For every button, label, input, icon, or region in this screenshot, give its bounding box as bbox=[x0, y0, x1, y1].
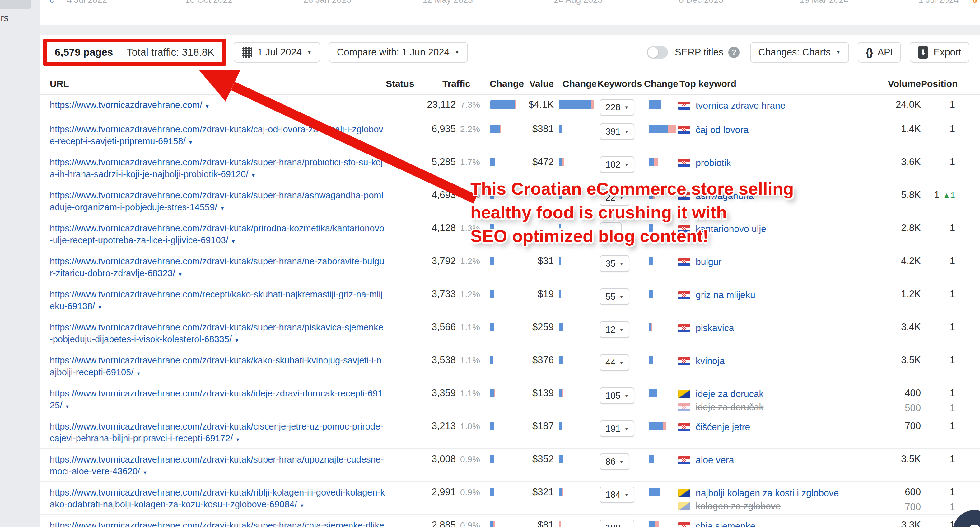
keywords-dropdown[interactable]: ▼ bbox=[600, 222, 622, 239]
page-url-link[interactable]: https://www.tvornicazdravehrane.com/zdra… bbox=[50, 321, 386, 347]
top-keyword-cell: kantarionovo ulje bbox=[678, 217, 880, 250]
top-keyword-link[interactable]: kolagen za zglobove bbox=[696, 501, 781, 511]
keywords-dropdown[interactable]: 35▼ bbox=[600, 256, 629, 272]
page-url-link[interactable]: https://www.tvornicazdravehrane.com/zdra… bbox=[50, 157, 386, 182]
page-url-link[interactable]: https://www.tvornicazdravehrane.com/zdra… bbox=[50, 222, 386, 248]
traffic-change-bar-blue bbox=[490, 158, 495, 166]
keywords-dropdown[interactable]: 391▼ bbox=[600, 123, 634, 140]
url-expand-caret[interactable]: ▼ bbox=[220, 206, 224, 211]
url-expand-caret[interactable]: ▼ bbox=[136, 371, 141, 376]
top-keyword-row: kolagen za zglobove bbox=[678, 500, 880, 513]
keywords-dropdown[interactable]: 184▼ bbox=[600, 487, 634, 503]
top-keyword-link[interactable]: kvinoja bbox=[696, 356, 725, 366]
url-expand-caret[interactable]: ▼ bbox=[231, 239, 236, 244]
traffic-change-bar-blue bbox=[490, 100, 515, 109]
top-keyword-link[interactable]: bulgur bbox=[696, 257, 721, 267]
keywords-dropdown[interactable]: 44▼ bbox=[600, 355, 629, 371]
page-url-link[interactable]: https://www.tvornicazdravehrane.com/zdra… bbox=[50, 256, 386, 281]
table-row: https://www.tvornicazdravehrane.com/zdra… bbox=[40, 382, 980, 415]
url-expand-caret[interactable]: ▼ bbox=[235, 437, 240, 442]
keywords-change-bar-blue bbox=[649, 257, 653, 265]
top-keyword-row: tvornica zdrave hrane bbox=[678, 99, 880, 112]
top-keyword-link[interactable]: ideje za doručak bbox=[696, 402, 764, 412]
page-url-link[interactable]: https://www.tvornicazdravehrane.com/zdra… bbox=[50, 519, 386, 527]
keywords-dropdown[interactable]: 12▼ bbox=[600, 321, 629, 338]
page-url-link[interactable]: https://www.tvornicazdravehrane.com/▼ bbox=[50, 99, 386, 112]
traffic-change-bar bbox=[485, 417, 517, 448]
page-url-link[interactable]: https://www.tvornicazdravehrane.com/zdra… bbox=[50, 420, 386, 446]
keywords-dropdown[interactable]: 86▼ bbox=[600, 454, 629, 470]
traffic-change-bar-blue bbox=[490, 422, 494, 430]
top-keyword-link[interactable]: probiotik bbox=[696, 158, 731, 168]
top-keyword-link[interactable]: chia sjemenke bbox=[696, 521, 756, 527]
page-url-link[interactable]: https://www.tvornicazdravehrane.com/zdra… bbox=[50, 454, 386, 479]
traffic-percent: 7.3% bbox=[456, 100, 485, 110]
traffic-cell: 2,9910.9% bbox=[407, 482, 485, 514]
country-flag-icon-hr bbox=[678, 403, 690, 412]
url-expand-caret[interactable]: ▼ bbox=[143, 470, 148, 475]
page-url-link[interactable]: https://www.tvornicazdravehrane.com/zdra… bbox=[50, 189, 386, 215]
keywords-count: 184 bbox=[605, 490, 620, 500]
chevron-down-icon: ▼ bbox=[624, 492, 629, 497]
keywords-dropdown[interactable]: 105▼ bbox=[600, 388, 634, 404]
top-keyword-link[interactable]: aloe vera bbox=[696, 455, 734, 465]
position-value: 1 bbox=[921, 388, 955, 401]
position-cell: 1 bbox=[921, 415, 970, 448]
top-keyword-row: aloe vera bbox=[678, 454, 880, 466]
url-expand-caret[interactable]: ▼ bbox=[300, 503, 305, 508]
page-url-link[interactable]: https://www.tvornicazdravehrane.com/rece… bbox=[50, 288, 386, 314]
traffic-change-bar-blue bbox=[490, 290, 494, 299]
table-body: https://www.tvornicazdravehrane.com/▼23,… bbox=[40, 95, 980, 527]
url-expand-caret[interactable]: ▼ bbox=[178, 272, 183, 277]
help-question-icon[interactable]: ? bbox=[728, 47, 740, 58]
export-download-icon: ⬇ bbox=[918, 46, 928, 59]
top-keyword-link[interactable]: ideje za dorucak bbox=[696, 389, 764, 399]
date-picker-button[interactable]: 1 Jul 2024 ▼ bbox=[234, 42, 320, 62]
country-flag-icon-ba bbox=[678, 489, 690, 497]
changes-mode-button[interactable]: Changes: Charts ▼ bbox=[750, 42, 849, 62]
url-expand-caret[interactable]: ▼ bbox=[205, 104, 210, 109]
serp-titles-toggle[interactable] bbox=[647, 46, 668, 59]
keywords-dropdown[interactable]: 102▼ bbox=[600, 157, 634, 173]
keywords-dropdown[interactable]: 22▼ bbox=[600, 189, 629, 206]
url-expand-caret[interactable]: ▼ bbox=[65, 404, 70, 409]
top-keyword-link[interactable]: kantarionovo ulje bbox=[696, 224, 766, 234]
top-keyword-link[interactable]: najbolji kolagen za kosti i zglobove bbox=[696, 488, 839, 498]
value-cell: $31 bbox=[517, 251, 554, 283]
axis-date-label: 12 May 2023 bbox=[423, 0, 473, 5]
page-url-link[interactable]: https://www.tvornicazdravehrane.com/zdra… bbox=[50, 388, 386, 413]
url-expand-caret[interactable]: ▼ bbox=[188, 140, 193, 145]
top-keyword-link[interactable]: tvornica zdrave hrane bbox=[696, 100, 786, 111]
traffic-change-bar-blue bbox=[490, 257, 494, 265]
top-keyword-link[interactable]: ashwagandha bbox=[696, 191, 754, 201]
page-url-link[interactable]: https://www.tvornicazdravehrane.com/zdra… bbox=[50, 487, 386, 512]
volume-cell: 2.8K bbox=[880, 217, 921, 250]
api-button[interactable]: {} API bbox=[858, 42, 901, 62]
url-expand-caret[interactable]: ▼ bbox=[251, 173, 256, 178]
traffic-cell: 3,7921.2% bbox=[407, 251, 485, 283]
url-cell: https://www.tvornicazdravehrane.com/zdra… bbox=[50, 316, 386, 349]
url-expand-caret[interactable]: ▼ bbox=[97, 305, 102, 310]
value-change-bar-pink bbox=[559, 521, 561, 527]
position-cell: 1 bbox=[921, 118, 970, 151]
url-expand-caret[interactable]: ▼ bbox=[234, 338, 239, 343]
keywords-dropdown[interactable]: 109▼ bbox=[600, 519, 634, 527]
top-keyword-cell: tvornica zdrave hrane bbox=[678, 95, 880, 118]
traffic-change-bar-blue bbox=[490, 389, 494, 398]
page-url-link[interactable]: https://www.tvornicazdravehrane.com/zdra… bbox=[50, 355, 386, 380]
top-keyword-link[interactable]: čišćenje jetre bbox=[696, 422, 750, 432]
url-cell: https://www.tvornicazdravehrane.com/zdra… bbox=[50, 382, 386, 415]
top-keyword-link[interactable]: piskavica bbox=[696, 323, 734, 333]
keywords-dropdown[interactable]: 191▼ bbox=[600, 420, 634, 437]
keywords-dropdown[interactable]: 55▼ bbox=[600, 288, 629, 305]
top-keyword-row: ashwagandha bbox=[678, 189, 880, 203]
value-cell: $472 bbox=[517, 152, 554, 184]
page-url-link[interactable]: https://www.tvornicazdravehrane.com/zdra… bbox=[50, 123, 386, 149]
keywords-change-bar-blue bbox=[649, 521, 655, 527]
compare-with-button[interactable]: Compare with: 1 Jun 2024 ▼ bbox=[329, 42, 468, 62]
top-keyword-link[interactable]: čaj od lovora bbox=[696, 125, 749, 135]
top-keyword-link[interactable]: griz na mlijeku bbox=[696, 290, 756, 300]
keywords-cell: 184▼ bbox=[597, 482, 644, 514]
export-button[interactable]: ⬇ Export bbox=[910, 42, 969, 62]
keywords-dropdown[interactable]: 228▼ bbox=[600, 99, 634, 115]
